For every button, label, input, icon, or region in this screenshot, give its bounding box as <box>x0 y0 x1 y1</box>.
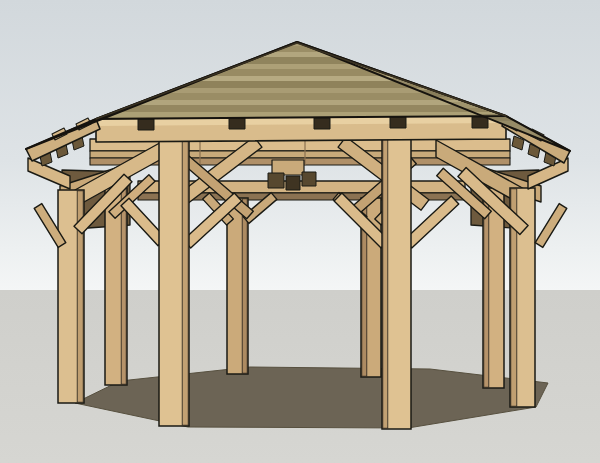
fascia-mortise-4 <box>390 117 406 128</box>
model-viewport <box>0 0 600 463</box>
post-back-left-shade-face <box>242 199 247 373</box>
post-front-right-shade-face <box>383 133 388 428</box>
post-front-left-shade-face <box>182 133 188 425</box>
center-hub-shadow-2 <box>286 176 300 190</box>
post-mid-left-shade-face <box>121 189 126 384</box>
center-hub-shadow-3 <box>302 172 316 186</box>
fascia-mortise-5 <box>472 117 488 128</box>
fascia-mortise-2 <box>229 118 245 129</box>
fascia-mortise-1 <box>138 119 154 130</box>
fascia-mortise-3 <box>314 118 330 129</box>
center-hub-shadow-1 <box>268 173 284 188</box>
gazebo-3d-view[interactable] <box>0 0 600 463</box>
